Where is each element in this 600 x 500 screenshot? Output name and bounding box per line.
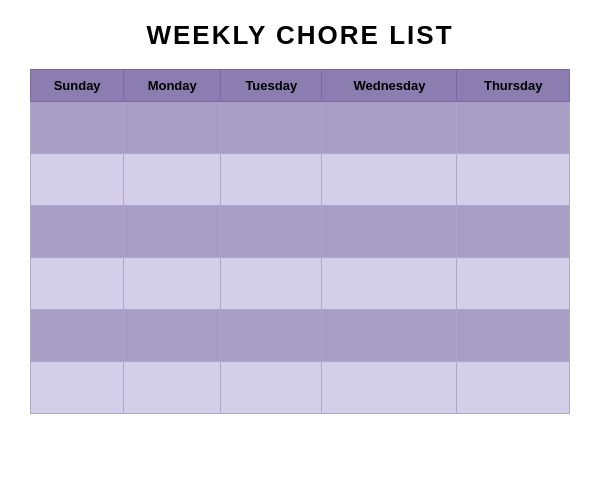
table-row[interactable] [31, 362, 570, 414]
table-cell[interactable] [31, 362, 124, 414]
table-cell[interactable] [457, 310, 570, 362]
column-header-thursday: Thursday [457, 70, 570, 102]
table-cell[interactable] [322, 206, 457, 258]
table-cell[interactable] [124, 154, 221, 206]
table-cell[interactable] [124, 206, 221, 258]
table-cell[interactable] [221, 258, 322, 310]
table-cell[interactable] [31, 102, 124, 154]
table-cell[interactable] [322, 258, 457, 310]
table-row[interactable] [31, 154, 570, 206]
table-cell[interactable] [221, 206, 322, 258]
column-header-wednesday: Wednesday [322, 70, 457, 102]
table-cell[interactable] [221, 310, 322, 362]
table-cell[interactable] [457, 362, 570, 414]
table-row[interactable] [31, 102, 570, 154]
table-cell[interactable] [457, 154, 570, 206]
table-cell[interactable] [31, 154, 124, 206]
table-cell[interactable] [457, 102, 570, 154]
table-cell[interactable] [221, 102, 322, 154]
table-cell[interactable] [322, 362, 457, 414]
table-cell[interactable] [457, 206, 570, 258]
table-cell[interactable] [322, 310, 457, 362]
page-title: WEEKLY CHORE LIST [146, 20, 453, 51]
header-row: SundayMondayTuesdayWednesdayThursday [31, 70, 570, 102]
table-cell[interactable] [31, 258, 124, 310]
chore-table: SundayMondayTuesdayWednesdayThursday [30, 69, 570, 414]
table-cell[interactable] [322, 102, 457, 154]
column-header-tuesday: Tuesday [221, 70, 322, 102]
table-row[interactable] [31, 258, 570, 310]
table-cell[interactable] [124, 102, 221, 154]
table-cell[interactable] [221, 362, 322, 414]
table-cell[interactable] [31, 206, 124, 258]
table-row[interactable] [31, 206, 570, 258]
table-row[interactable] [31, 310, 570, 362]
table-cell[interactable] [124, 258, 221, 310]
table-cell[interactable] [124, 310, 221, 362]
table-cell[interactable] [124, 362, 221, 414]
column-header-monday: Monday [124, 70, 221, 102]
table-cell[interactable] [221, 154, 322, 206]
table-cell[interactable] [457, 258, 570, 310]
table-cell[interactable] [322, 154, 457, 206]
table-cell[interactable] [31, 310, 124, 362]
column-header-sunday: Sunday [31, 70, 124, 102]
